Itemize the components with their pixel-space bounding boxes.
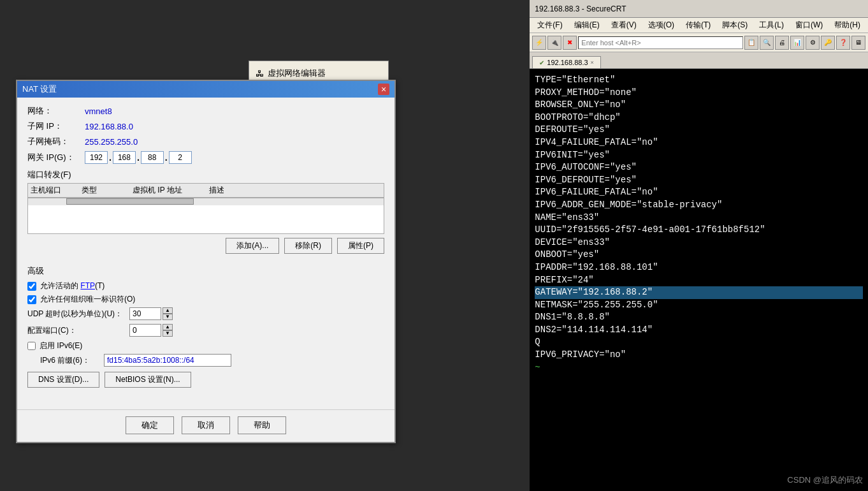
menu-tools[interactable]: 工具(L) [754, 18, 789, 32]
securecrt-tabs: ✔ 192.168.88.3 × [530, 52, 868, 69]
terminal-line-3: BOOTPROTO="dhcp" [535, 112, 863, 124]
nat-title: NAT 设置 [22, 84, 57, 95]
ftp-link[interactable]: FTP [80, 281, 95, 290]
menu-edit[interactable]: 编辑(E) [569, 18, 605, 32]
udp-timeout-label: UDP 超时(以秒为单位)(U)： [27, 309, 129, 319]
menu-file[interactable]: 文件(F) [532, 18, 567, 32]
toolbar-btn-help[interactable]: ❓ [836, 36, 850, 50]
terminal-line-6: IPV6INIT="yes" [535, 149, 863, 162]
securecrt-terminal[interactable]: TYPE="Ethernet" PROXY_METHOD="none" BROW… [530, 69, 868, 491]
toolbar-btn-print[interactable]: 🖨 [775, 36, 789, 50]
terminal-line-23: ~ [535, 362, 863, 374]
tab-close-btn[interactable]: × [591, 59, 594, 66]
terminal-line-19: DNS1="8.8.8.8" [535, 311, 863, 324]
pf-scrollbar[interactable] [28, 198, 384, 205]
add-button[interactable]: 添加(A)... [226, 238, 279, 254]
menu-view[interactable]: 查看(V) [606, 18, 642, 32]
ipv6-prefix-input[interactable] [104, 354, 231, 367]
nat-close-button[interactable]: × [378, 84, 389, 95]
terminal-line-21: Q [535, 336, 863, 349]
toolbar-address-input[interactable] [578, 36, 743, 49]
udp-timeout-up[interactable]: ▲ [163, 307, 173, 314]
nat-body: 网络： vmnet8 子网 IP： 192.168.88.0 子网掩码： 255… [17, 98, 394, 407]
ok-button[interactable]: 确定 [126, 416, 174, 434]
gateway-octet3[interactable] [141, 151, 164, 164]
terminal-line-7: IPV6_AUTOCONF="yes" [535, 161, 863, 174]
subnet-ip-row: 子网 IP： 192.168.88.0 [27, 121, 384, 132]
toolbar-btn-copy[interactable]: 📋 [744, 36, 758, 50]
toolbar-btn-6[interactable]: ⚙ [806, 36, 820, 50]
ipv6-prefix-label: IPv6 前缀(6)： [40, 355, 104, 366]
gateway-input-group[interactable]: . . . [85, 151, 192, 164]
gateway-dot3: . [165, 152, 168, 163]
org-id-label: 允许任何组织唯一标识符(O) [40, 294, 135, 305]
port-forward-label: 端口转发(F) [27, 169, 384, 180]
toolbar-btn-8[interactable]: 🖥 [851, 36, 865, 50]
pf-col-type: 类型 [82, 185, 133, 196]
dns-settings-button[interactable]: DNS 设置(D)... [27, 372, 99, 388]
terminal-line-22: IPV6_PRIVACY="no" [535, 349, 863, 362]
nat-dialog: NAT 设置 × 网络： vmnet8 子网 IP： 192.168.88.0 … [16, 80, 396, 443]
remove-button[interactable]: 移除(R) [284, 238, 332, 254]
udp-timeout-down[interactable]: ▼ [163, 314, 173, 320]
vnet-editor-title: 虚拟网络编辑器 [268, 68, 326, 79]
port-forward-table: 主机端口 类型 虚拟机 IP 地址 描述 [27, 183, 384, 234]
config-port-up[interactable]: ▲ [163, 324, 173, 330]
gateway-octet4[interactable] [169, 151, 192, 164]
gateway-octet1[interactable] [85, 151, 108, 164]
advanced-label: 高级 [27, 265, 384, 277]
terminal-line-17: GATEWAY="192.168.88.2" [535, 286, 863, 299]
ipv6-prefix-row: IPv6 前缀(6)： [27, 354, 384, 367]
menu-window[interactable]: 窗口(W) [790, 18, 828, 32]
menu-options[interactable]: 选项(O) [643, 18, 679, 32]
toolbar-btn-5[interactable]: 📊 [790, 36, 804, 50]
gateway-dot2: . [137, 152, 140, 163]
csdn-watermark: CSDN @追风的码农 [787, 474, 863, 486]
network-label: 网络： [27, 105, 85, 117]
terminal-line-5: IPV4_FAILURE_FATAL="no" [535, 136, 863, 149]
toolbar-btn-2[interactable]: 🔌 [547, 36, 561, 50]
terminal-line-11: NAME="ens33" [535, 212, 863, 224]
terminal-line-12: UUID="2f915565-2f57-4e91-a001-17f61bb8f5… [535, 224, 863, 237]
config-port-down[interactable]: ▼ [163, 330, 173, 337]
config-port-spinner[interactable]: ▲ ▼ [129, 324, 173, 337]
pf-scroll-thumb[interactable] [66, 198, 194, 205]
properties-button[interactable]: 属性(P) [337, 238, 384, 254]
ipv6-checkbox[interactable] [27, 342, 36, 350]
ftp-checkbox[interactable] [27, 282, 36, 291]
terminal-line-2: BROWSER_ONLY="no" [535, 99, 863, 112]
network-row: 网络： vmnet8 [27, 105, 384, 117]
org-id-checkbox[interactable] [27, 295, 36, 304]
securecrt-tab-active[interactable]: ✔ 192.168.88.3 × [532, 56, 601, 68]
udp-timeout-spinner-btns: ▲ ▼ [163, 307, 173, 320]
advanced-section: 高级 允许活动的 FTP(T) 允许任何组织唯一标识符(O) UDP 超时(以秒… [27, 260, 384, 399]
toolbar-btn-search[interactable]: 🔍 [760, 36, 774, 50]
pf-buttons: 添加(A)... 移除(R) 属性(P) [27, 238, 384, 254]
udp-timeout-input[interactable] [129, 307, 161, 320]
tab-label: 192.168.88.3 [547, 59, 588, 66]
config-port-label: 配置端口(C)： [27, 325, 129, 336]
udp-timeout-spinner[interactable]: ▲ ▼ [129, 307, 173, 320]
toolbar-btn-1[interactable]: ⚡ [532, 36, 546, 50]
toolbar-btn-7[interactable]: 🔑 [821, 36, 835, 50]
subnet-mask-value: 255.255.255.0 [85, 137, 138, 147]
ipv6-row: 启用 IPv6(E) [27, 341, 384, 351]
netbios-settings-button[interactable]: NetBIOS 设置(N)... [105, 372, 191, 388]
config-port-input[interactable] [129, 324, 161, 337]
ftp-checkbox-row: 允许活动的 FTP(T) [27, 281, 384, 291]
pf-col-vm-ip: 虚拟机 IP 地址 [133, 185, 209, 196]
terminal-line-13: DEVICE="ens33" [535, 237, 863, 249]
menu-help[interactable]: 帮助(H) [829, 18, 865, 32]
gateway-octet2[interactable] [113, 151, 136, 164]
subnet-mask-row: 子网掩码： 255.255.255.0 [27, 136, 384, 147]
securecrt-title: 192.168.88.3 - SecureCRT [535, 4, 626, 13]
toolbar-btn-disconnect[interactable]: ✖ [563, 36, 577, 50]
tab-icon: ✔ [539, 59, 544, 66]
ipv6-label: 启用 IPv6(E) [40, 341, 82, 351]
help-button[interactable]: 帮助 [238, 416, 286, 434]
menu-script[interactable]: 脚本(S) [717, 18, 753, 32]
pf-table-header: 主机端口 类型 虚拟机 IP 地址 描述 [28, 184, 384, 198]
securecrt-window: 192.168.88.3 - SecureCRT 文件(F) 编辑(E) 查看(… [530, 0, 868, 491]
menu-transfer[interactable]: 传输(T) [681, 18, 716, 32]
cancel-button[interactable]: 取消 [182, 416, 230, 434]
